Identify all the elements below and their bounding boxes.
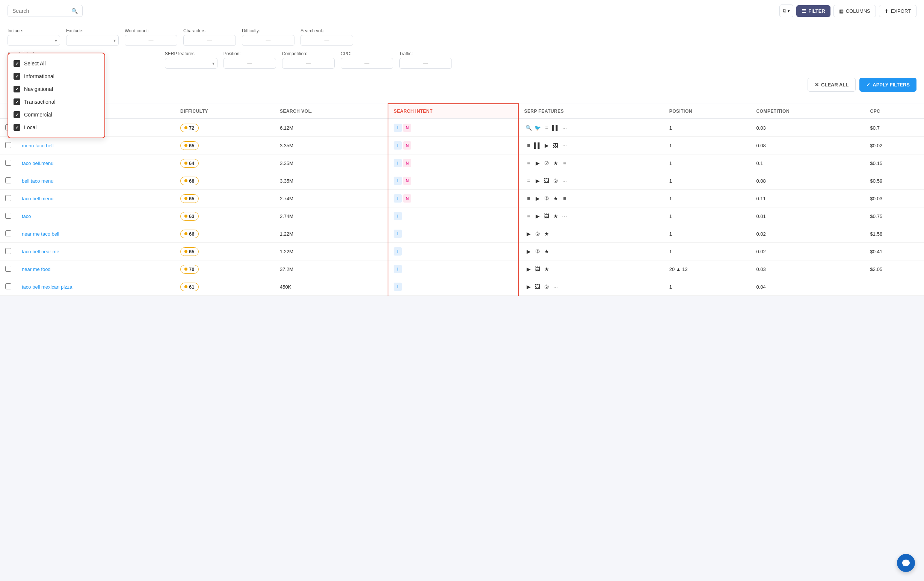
- position-range[interactable]: —: [223, 58, 276, 69]
- difficulty-badge: 61: [180, 283, 198, 291]
- intent-navigational[interactable]: Navigational: [13, 83, 99, 96]
- position-cell: 20 ▲ 12: [664, 260, 751, 278]
- columns-button[interactable]: ▦ COLUMNS: [833, 5, 876, 17]
- competition-cell: 0.02: [751, 243, 865, 260]
- search-vol-cell: 450K: [275, 278, 388, 296]
- row-checkbox[interactable]: [5, 248, 11, 254]
- intent-transactional[interactable]: Transactional: [13, 96, 99, 108]
- serp-feature-icon: 🖼: [542, 212, 551, 220]
- search-icon: 🔍: [71, 8, 78, 14]
- keyword-cell: taco bell mexican pizza: [16, 278, 175, 296]
- intent-local[interactable]: Local: [13, 121, 99, 134]
- word-count-range[interactable]: —: [125, 35, 177, 46]
- table-header-row: KEYWORD DIFFICULTY SEARCH VOL. SEARCH IN…: [0, 104, 924, 119]
- difficulty-dot: [185, 179, 187, 182]
- keyword-link[interactable]: taco bell near me: [22, 249, 59, 255]
- search-intent-cell: IN: [388, 154, 518, 172]
- serp-feature-icon: ★: [551, 159, 560, 167]
- serp-features-filter: SERP features:: [165, 51, 218, 69]
- informational-checkbox[interactable]: [13, 73, 20, 79]
- filter-button[interactable]: ☰ FILTER: [796, 5, 830, 17]
- navigational-checkbox[interactable]: [13, 86, 20, 93]
- difficulty-cell: 65: [175, 190, 275, 207]
- keyword-cell: taco bell near me: [16, 243, 175, 260]
- export-button[interactable]: ⬆ EXPORT: [879, 5, 916, 17]
- table-row: 726.12MIN🔍🐦≡▌▌···10.03$0.7: [0, 119, 924, 137]
- traffic-range[interactable]: —: [399, 58, 452, 69]
- commercial-label: Commercial: [24, 112, 52, 118]
- search-vol-range[interactable]: —: [300, 35, 353, 46]
- row-checkbox-cell: [0, 225, 16, 243]
- transactional-checkbox[interactable]: [13, 98, 20, 105]
- competition-range[interactable]: —: [282, 58, 335, 69]
- keyword-link[interactable]: bell taco menu: [22, 178, 54, 184]
- copy-button[interactable]: ⧉ ▾: [779, 5, 793, 17]
- search-intent-cell: IN: [388, 172, 518, 190]
- intent-informational[interactable]: Informational: [13, 70, 99, 83]
- difficulty-badge: 65: [180, 247, 198, 256]
- difficulty-dot: [185, 285, 187, 288]
- table-row: taco bell.menu643.35MIN≡▶②★≡10.1$0.15: [0, 154, 924, 172]
- cpc-cell: $1.58: [865, 225, 924, 243]
- cpc-range[interactable]: —: [341, 58, 393, 69]
- row-checkbox[interactable]: [5, 230, 11, 237]
- difficulty-dot: [185, 232, 187, 235]
- keyword-link[interactable]: near me food: [22, 266, 51, 272]
- row-checkbox[interactable]: [5, 266, 11, 272]
- filter-row-2: Search intent: 5 ✕ Selected ▲ Select All…: [8, 51, 916, 69]
- search-intent-filter: Search intent: 5 ✕ Selected ▲ Select All…: [8, 51, 54, 69]
- characters-range[interactable]: —: [183, 35, 236, 46]
- row-checkbox[interactable]: [5, 195, 11, 201]
- serp-feature-icon: ②: [542, 159, 551, 167]
- include-select[interactable]: [8, 35, 60, 46]
- clear-all-button[interactable]: ✕ CLEAR ALL: [808, 78, 856, 92]
- filters-area: Include: Exclude: Word count: — Characte…: [0, 22, 924, 103]
- difficulty-dot: [185, 197, 187, 200]
- serp-feature-icon: ▌▌: [551, 123, 560, 132]
- keyword-link[interactable]: menu taco bell: [22, 143, 54, 149]
- position-cell: 1: [664, 225, 751, 243]
- difficulty-cell: 65: [175, 243, 275, 260]
- keyword-link[interactable]: taco bell.menu: [22, 161, 54, 166]
- intent-tag-n: N: [403, 159, 411, 167]
- serp-features-label: SERP features:: [165, 51, 218, 56]
- serp-features-select[interactable]: [165, 58, 218, 69]
- table-row: taco bell near me651.22MI▶②★10.02$0.41: [0, 243, 924, 260]
- serp-feature-icon: 🖼: [533, 265, 542, 273]
- select-all-checkbox[interactable]: [13, 60, 20, 67]
- serp-feature-icon: 🖼: [551, 141, 560, 150]
- exclude-select[interactable]: [66, 35, 119, 46]
- serp-feature-icon: ≡: [524, 176, 533, 185]
- search-input[interactable]: [12, 8, 68, 14]
- difficulty-badge: 65: [180, 141, 198, 150]
- cpc-label: CPC:: [341, 51, 393, 56]
- row-checkbox[interactable]: [5, 177, 11, 184]
- row-checkbox-cell: [0, 190, 16, 207]
- local-checkbox[interactable]: [13, 124, 20, 131]
- traffic-label: Traffic:: [399, 51, 452, 56]
- difficulty-cell: 64: [175, 154, 275, 172]
- search-intent-cell: I: [388, 260, 518, 278]
- toolbar: 🔍 ⧉ ▾ ☰ FILTER ▦ COLUMNS ⬆ EXPORT: [0, 0, 924, 22]
- difficulty-dot: [185, 250, 187, 253]
- row-checkbox[interactable]: [5, 160, 11, 166]
- intent-commercial[interactable]: Commercial: [13, 108, 99, 121]
- difficulty-dot: [185, 215, 187, 218]
- serp-feature-icon: ②: [533, 247, 542, 256]
- competition-cell: 0.08: [751, 172, 865, 190]
- keyword-link[interactable]: taco bell menu: [22, 196, 54, 202]
- keyword-link[interactable]: taco: [22, 214, 31, 219]
- serp-features-cell: 🔍🐦≡▌▌···: [518, 119, 664, 137]
- serp-feature-icon: ≡: [560, 159, 569, 167]
- keyword-link[interactable]: taco bell mexican pizza: [22, 284, 72, 290]
- serp-feature-icon: ★: [542, 247, 551, 256]
- apply-filters-button[interactable]: ✓ APPLY FILTERS: [860, 78, 916, 92]
- row-checkbox[interactable]: [5, 213, 11, 219]
- difficulty-range[interactable]: —: [242, 35, 294, 46]
- commercial-checkbox[interactable]: [13, 111, 20, 118]
- row-checkbox[interactable]: [5, 142, 11, 148]
- search-box[interactable]: 🔍: [8, 5, 82, 17]
- row-checkbox[interactable]: [5, 283, 11, 290]
- keyword-link[interactable]: near me taco bell: [22, 231, 59, 237]
- intent-select-all[interactable]: Select All: [13, 57, 99, 70]
